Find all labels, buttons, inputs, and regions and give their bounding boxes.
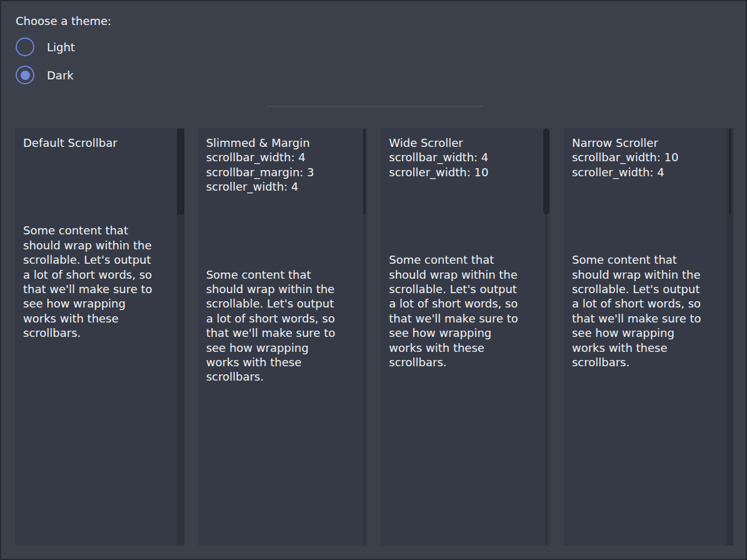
panel-body: Some content that should wrap within the… — [23, 223, 167, 340]
panel-title: Wide Scroller — [389, 136, 533, 150]
panel-body: Some content that should wrap within the… — [389, 252, 533, 369]
scrollbar-demo-columns: Default Scrollbar Some content that shou… — [15, 128, 733, 546]
scrollbar-thumb[interactable] — [177, 129, 184, 214]
radio-option-dark-label: Dark — [47, 69, 74, 82]
panel-wide-scroller[interactable]: Wide Scroller scrollbar_width: 4 scrolle… — [381, 128, 550, 546]
panel-spacer — [389, 179, 533, 252]
panel-config: scrollbar_width: 4 scroller_width: 10 — [389, 150, 533, 179]
panel-content: Slimmed & Margin scrollbar_width: 4 scro… — [198, 128, 368, 384]
panel-title: Narrow Scroller — [572, 136, 716, 150]
scrollbar-thumb[interactable] — [363, 129, 366, 214]
panel-narrow-scroller[interactable]: Narrow Scroller scrollbar_width: 10 scro… — [564, 128, 733, 546]
theme-chooser-label: Choose a theme: — [16, 14, 111, 29]
radio-option-light-label: Light — [47, 41, 75, 54]
panel-slimmed-margin[interactable]: Slimmed & Margin scrollbar_width: 4 scro… — [198, 128, 368, 546]
panel-spacer — [23, 150, 167, 223]
panel-config: scrollbar_width: 4 scrollbar_margin: 3 s… — [206, 150, 350, 194]
panel-body: Some content that should wrap within the… — [206, 268, 350, 384]
panel-content: Narrow Scroller scrollbar_width: 10 scro… — [564, 128, 733, 369]
scrollbar-thumb[interactable] — [543, 129, 549, 214]
horizontal-divider — [267, 106, 482, 107]
panel-spacer — [206, 194, 350, 268]
panel-title: Slimmed & Margin — [206, 136, 350, 150]
panel-title: Default Scrollbar — [23, 136, 167, 150]
panel-body: Some content that should wrap within the… — [572, 252, 716, 369]
panel-spacer — [572, 179, 716, 252]
radio-option-light[interactable]: Light — [16, 38, 75, 56]
radio-unselected-icon[interactable] — [16, 38, 34, 56]
radio-dot — [21, 71, 30, 80]
panel-content: Default Scrollbar Some content that shou… — [15, 128, 184, 341]
panel-default-scrollbar[interactable]: Default Scrollbar Some content that shou… — [15, 128, 184, 546]
radio-selected-icon[interactable] — [16, 66, 34, 84]
scrollbar-thumb[interactable] — [729, 129, 731, 214]
panel-config: scrollbar_width: 10 scroller_width: 4 — [572, 150, 716, 179]
panel-content: Wide Scroller scrollbar_width: 4 scrolle… — [381, 128, 550, 369]
radio-option-dark[interactable]: Dark — [16, 66, 74, 84]
